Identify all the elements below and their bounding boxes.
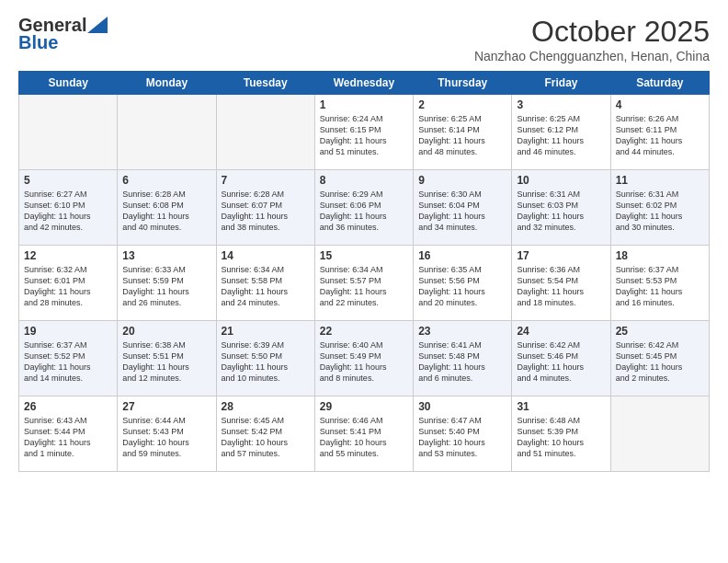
cell-content: Sunrise: 6:39 AM Sunset: 5:50 PM Dayligh… [222,339,310,385]
weekday-saturday: Saturday [610,72,709,95]
calendar-cell: 7Sunrise: 6:28 AM Sunset: 6:07 PM Daylig… [216,170,314,246]
header: General Blue October 2025 Nanzhao Chengg… [18,15,710,63]
day-number: 25 [616,325,704,338]
day-number: 19 [24,325,112,338]
calendar-cell: 11Sunrise: 6:31 AM Sunset: 6:02 PM Dayli… [610,170,709,246]
day-number: 15 [320,249,408,262]
day-number: 17 [517,249,605,262]
weekday-thursday: Thursday [414,72,512,95]
calendar-cell: 13Sunrise: 6:33 AM Sunset: 5:59 PM Dayli… [118,246,216,321]
calendar-cell: 31Sunrise: 6:48 AM Sunset: 5:39 PM Dayli… [512,396,610,472]
calendar-week-row: 19Sunrise: 6:37 AM Sunset: 5:52 PM Dayli… [19,321,710,396]
page-container: General Blue October 2025 Nanzhao Chengg… [0,0,728,481]
calendar-cell: 5Sunrise: 6:27 AM Sunset: 6:10 PM Daylig… [19,170,118,246]
day-number: 20 [122,325,210,338]
calendar-table: SundayMondayTuesdayWednesdayThursdayFrid… [18,71,710,472]
day-number: 18 [616,249,704,262]
calendar-week-row: 5Sunrise: 6:27 AM Sunset: 6:10 PM Daylig… [19,170,710,246]
day-number: 9 [418,174,506,187]
svg-marker-0 [87,17,108,33]
cell-content: Sunrise: 6:32 AM Sunset: 6:01 PM Dayligh… [24,264,112,309]
calendar-cell: 26Sunrise: 6:43 AM Sunset: 5:44 PM Dayli… [19,396,118,472]
calendar-cell: 6Sunrise: 6:28 AM Sunset: 6:08 PM Daylig… [118,170,216,246]
weekday-friday: Friday [512,72,610,95]
day-number: 30 [418,400,506,413]
logo-icon [87,17,108,33]
calendar-cell: 4Sunrise: 6:26 AM Sunset: 6:11 PM Daylig… [610,95,709,170]
cell-content: Sunrise: 6:27 AM Sunset: 6:10 PM Dayligh… [24,189,112,234]
cell-content: Sunrise: 6:34 AM Sunset: 5:58 PM Dayligh… [222,264,310,309]
calendar-cell [610,396,709,472]
cell-content: Sunrise: 6:31 AM Sunset: 6:03 PM Dayligh… [517,189,605,234]
calendar-cell: 20Sunrise: 6:38 AM Sunset: 5:51 PM Dayli… [118,321,216,396]
calendar-week-row: 12Sunrise: 6:32 AM Sunset: 6:01 PM Dayli… [19,246,710,321]
cell-content: Sunrise: 6:42 AM Sunset: 5:45 PM Dayligh… [616,339,704,385]
calendar-cell: 18Sunrise: 6:37 AM Sunset: 5:53 PM Dayli… [610,246,709,321]
cell-content: Sunrise: 6:47 AM Sunset: 5:40 PM Dayligh… [418,415,506,460]
calendar-cell: 27Sunrise: 6:44 AM Sunset: 5:43 PM Dayli… [118,396,216,472]
cell-content: Sunrise: 6:33 AM Sunset: 5:59 PM Dayligh… [122,264,210,309]
month-title: October 2025 [474,15,710,49]
day-number: 14 [222,249,310,262]
cell-content: Sunrise: 6:43 AM Sunset: 5:44 PM Dayligh… [24,415,112,460]
day-number: 2 [418,98,506,111]
calendar-cell: 19Sunrise: 6:37 AM Sunset: 5:52 PM Dayli… [19,321,118,396]
calendar-cell: 21Sunrise: 6:39 AM Sunset: 5:50 PM Dayli… [216,321,314,396]
calendar-cell [118,95,216,170]
cell-content: Sunrise: 6:30 AM Sunset: 6:04 PM Dayligh… [418,189,506,234]
day-number: 13 [122,249,210,262]
calendar-cell: 22Sunrise: 6:40 AM Sunset: 5:49 PM Dayli… [314,321,413,396]
location: Nanzhao Chengguanzhen, Henan, China [474,49,710,63]
day-number: 6 [122,174,210,187]
day-number: 29 [320,400,408,413]
cell-content: Sunrise: 6:24 AM Sunset: 6:15 PM Dayligh… [320,113,408,158]
day-number: 22 [320,325,408,338]
calendar-week-row: 26Sunrise: 6:43 AM Sunset: 5:44 PM Dayli… [19,396,710,472]
day-number: 10 [517,174,605,187]
cell-content: Sunrise: 6:31 AM Sunset: 6:02 PM Dayligh… [616,189,704,234]
calendar-cell: 23Sunrise: 6:41 AM Sunset: 5:48 PM Dayli… [414,321,512,396]
weekday-tuesday: Tuesday [216,72,314,95]
cell-content: Sunrise: 6:41 AM Sunset: 5:48 PM Dayligh… [418,339,506,385]
cell-content: Sunrise: 6:28 AM Sunset: 6:08 PM Dayligh… [122,189,210,234]
day-number: 21 [222,325,310,338]
calendar-cell: 3Sunrise: 6:25 AM Sunset: 6:12 PM Daylig… [512,95,610,170]
calendar-cell: 30Sunrise: 6:47 AM Sunset: 5:40 PM Dayli… [414,396,512,472]
calendar-cell [216,95,314,170]
day-number: 28 [222,400,310,413]
day-number: 4 [616,98,704,111]
calendar-cell: 9Sunrise: 6:30 AM Sunset: 6:04 PM Daylig… [414,170,512,246]
calendar-cell: 16Sunrise: 6:35 AM Sunset: 5:56 PM Dayli… [414,246,512,321]
cell-content: Sunrise: 6:25 AM Sunset: 6:12 PM Dayligh… [517,113,605,158]
cell-content: Sunrise: 6:45 AM Sunset: 5:42 PM Dayligh… [222,415,310,460]
day-number: 5 [24,174,112,187]
calendar-cell: 17Sunrise: 6:36 AM Sunset: 5:54 PM Dayli… [512,246,610,321]
cell-content: Sunrise: 6:46 AM Sunset: 5:41 PM Dayligh… [320,415,408,460]
cell-content: Sunrise: 6:37 AM Sunset: 5:53 PM Dayligh… [616,264,704,309]
cell-content: Sunrise: 6:28 AM Sunset: 6:07 PM Dayligh… [222,189,310,234]
cell-content: Sunrise: 6:36 AM Sunset: 5:54 PM Dayligh… [517,264,605,309]
day-number: 26 [24,400,112,413]
calendar-cell: 28Sunrise: 6:45 AM Sunset: 5:42 PM Dayli… [216,396,314,472]
calendar-cell: 29Sunrise: 6:46 AM Sunset: 5:41 PM Dayli… [314,396,413,472]
day-number: 3 [517,98,605,111]
day-number: 11 [616,174,704,187]
logo-blue: Blue [18,32,58,53]
cell-content: Sunrise: 6:26 AM Sunset: 6:11 PM Dayligh… [616,113,704,158]
calendar-cell: 2Sunrise: 6:25 AM Sunset: 6:14 PM Daylig… [414,95,512,170]
cell-content: Sunrise: 6:25 AM Sunset: 6:14 PM Dayligh… [418,113,506,158]
cell-content: Sunrise: 6:40 AM Sunset: 5:49 PM Dayligh… [320,339,408,385]
day-number: 7 [222,174,310,187]
weekday-wednesday: Wednesday [314,72,413,95]
calendar-cell: 1Sunrise: 6:24 AM Sunset: 6:15 PM Daylig… [314,95,413,170]
day-number: 24 [517,325,605,338]
cell-content: Sunrise: 6:44 AM Sunset: 5:43 PM Dayligh… [122,415,210,460]
calendar-week-row: 1Sunrise: 6:24 AM Sunset: 6:15 PM Daylig… [19,95,710,170]
cell-content: Sunrise: 6:42 AM Sunset: 5:46 PM Dayligh… [517,339,605,385]
day-number: 12 [24,249,112,262]
weekday-sunday: Sunday [19,72,118,95]
day-number: 31 [517,400,605,413]
day-number: 1 [320,98,408,111]
calendar-cell: 12Sunrise: 6:32 AM Sunset: 6:01 PM Dayli… [19,246,118,321]
calendar-cell: 14Sunrise: 6:34 AM Sunset: 5:58 PM Dayli… [216,246,314,321]
